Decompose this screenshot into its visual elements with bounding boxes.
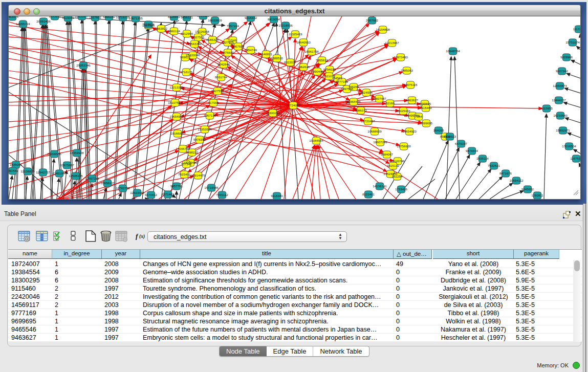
svg-text:10654112: 10654112 — [509, 179, 524, 182]
svg-text:9327503: 9327503 — [192, 35, 205, 39]
svg-text:9146821: 9146821 — [260, 52, 273, 56]
svg-text:33975887: 33975887 — [60, 163, 74, 167]
svg-text:2718176: 2718176 — [180, 70, 193, 74]
svg-text:9174412: 9174412 — [145, 193, 158, 196]
svg-text:1362615: 1362615 — [297, 65, 310, 69]
svg-text:20364436: 20364436 — [346, 100, 361, 103]
svg-text:10025433: 10025433 — [396, 109, 410, 113]
svg-text:10648764: 10648764 — [446, 49, 460, 53]
svg-text:8990448: 8990448 — [311, 70, 324, 73]
svg-text:18640910: 18640910 — [296, 40, 311, 44]
svg-text:15716485: 15716485 — [204, 186, 219, 189]
svg-text:1055267: 1055267 — [49, 16, 61, 18]
svg-text:9329966: 9329966 — [560, 55, 573, 59]
svg-text:8938923: 8938923 — [444, 135, 456, 138]
svg-text:3498222: 3498222 — [186, 150, 199, 154]
svg-text:8571463: 8571463 — [162, 192, 175, 196]
svg-text:1435001: 1435001 — [10, 163, 23, 166]
svg-text:11451947: 11451947 — [52, 171, 67, 175]
svg-text:13353594: 13353594 — [198, 127, 212, 131]
svg-text:8660124: 8660124 — [168, 29, 181, 33]
svg-text:3624554: 3624554 — [360, 91, 373, 94]
svg-text:(x): (x) — [139, 234, 145, 239]
svg-text:391541: 391541 — [9, 169, 18, 172]
svg-text:7485063: 7485063 — [401, 69, 413, 72]
svg-text:15226058: 15226058 — [195, 30, 209, 33]
svg-text:8912954: 8912954 — [181, 32, 193, 35]
svg-text:18724007: 18724007 — [286, 103, 300, 107]
svg-text:5878352: 5878352 — [193, 138, 206, 141]
svg-text:16154808: 16154808 — [376, 28, 390, 31]
svg-text:15300293: 15300293 — [266, 111, 280, 115]
svg-text:10958107: 10958107 — [100, 181, 115, 185]
svg-text:2867608: 2867608 — [232, 45, 245, 48]
svg-text:7357224: 7357224 — [227, 24, 239, 28]
svg-text:9456121: 9456121 — [181, 16, 193, 19]
svg-text:1292811: 1292811 — [531, 193, 543, 197]
svg-text:10671355: 10671355 — [128, 16, 143, 20]
svg-text:12156829: 12156829 — [20, 169, 35, 173]
svg-text:8322037: 8322037 — [284, 60, 297, 64]
svg-text:9463627: 9463627 — [406, 98, 419, 102]
svg-text:9699695: 9699695 — [420, 121, 433, 125]
svg-text:9242848: 9242848 — [217, 62, 230, 66]
svg-text:9119041: 9119041 — [62, 16, 74, 19]
svg-text:8427552: 8427552 — [211, 89, 224, 93]
svg-text:15720407: 15720407 — [361, 119, 375, 123]
svg-text:11325419: 11325419 — [288, 32, 302, 36]
svg-text:14055724: 14055724 — [16, 22, 30, 26]
svg-text:6794028: 6794028 — [323, 68, 336, 71]
svg-text:16914479: 16914479 — [191, 173, 205, 177]
svg-text:12444157: 12444157 — [552, 98, 566, 102]
svg-text:19654955: 19654955 — [169, 115, 184, 118]
svg-text:7955812: 7955812 — [316, 58, 329, 62]
svg-text:1863974: 1863974 — [9, 16, 19, 18]
svg-text:746266: 746266 — [349, 85, 359, 89]
svg-text:20206536: 20206536 — [47, 152, 61, 156]
svg-text:14136141: 14136141 — [373, 184, 387, 188]
svg-text:64521: 64521 — [333, 76, 342, 80]
svg-text:9245652: 9245652 — [521, 187, 534, 191]
svg-text:9684067: 9684067 — [381, 152, 394, 156]
svg-text:10653267: 10653267 — [75, 16, 89, 18]
svg-text:1615132: 1615132 — [387, 164, 400, 167]
svg-text:15751074: 15751074 — [565, 40, 580, 44]
svg-text:9777169: 9777169 — [336, 80, 349, 83]
svg-text:917006: 917006 — [208, 101, 219, 104]
svg-text:7345112: 7345112 — [216, 193, 228, 196]
svg-text:f: f — [136, 232, 139, 240]
svg-text:19384554: 19384554 — [309, 139, 323, 142]
svg-text:1527602: 1527602 — [89, 16, 102, 19]
svg-text:7515526: 7515526 — [142, 23, 155, 26]
svg-text:10807487: 10807487 — [372, 97, 386, 100]
svg-text:17016504: 17016504 — [562, 144, 576, 148]
svg-text:8454749: 8454749 — [245, 48, 257, 52]
svg-text:9699695: 9699695 — [419, 102, 431, 105]
svg-text:19166825: 19166825 — [170, 132, 185, 135]
svg-text:16543382: 16543382 — [187, 42, 202, 46]
svg-text:16107553: 16107553 — [168, 101, 182, 104]
svg-text:6466160: 6466160 — [103, 16, 116, 18]
svg-text:16120746: 16120746 — [390, 159, 405, 163]
svg-text:15892971: 15892971 — [556, 128, 570, 132]
svg-text:9115460: 9115460 — [420, 106, 432, 110]
svg-text:17957253: 17957253 — [85, 177, 99, 180]
svg-text:10688609: 10688609 — [367, 129, 382, 133]
svg-text:1117233: 1117233 — [573, 27, 580, 31]
svg-text:19654923: 19654923 — [402, 129, 417, 133]
svg-text:1167533: 1167533 — [570, 157, 580, 160]
svg-text:157341: 157341 — [181, 162, 192, 166]
svg-text:3267130: 3267130 — [204, 114, 216, 117]
svg-text:8813054: 8813054 — [268, 17, 280, 21]
svg-text:9218332: 9218332 — [245, 16, 257, 19]
svg-text:20091406: 20091406 — [36, 19, 51, 23]
svg-text:8660113: 8660113 — [197, 16, 209, 17]
svg-text:7663822: 7663822 — [155, 27, 168, 30]
svg-text:7944: 7944 — [415, 115, 422, 118]
svg-text:19756928: 19756928 — [397, 144, 411, 148]
svg-text:9857791: 9857791 — [170, 184, 183, 188]
svg-text:7986372: 7986372 — [355, 108, 367, 112]
svg-text:19218506: 19218506 — [278, 24, 293, 27]
svg-text:2935114: 2935114 — [476, 157, 489, 160]
svg-text:12505135: 12505135 — [69, 174, 83, 178]
